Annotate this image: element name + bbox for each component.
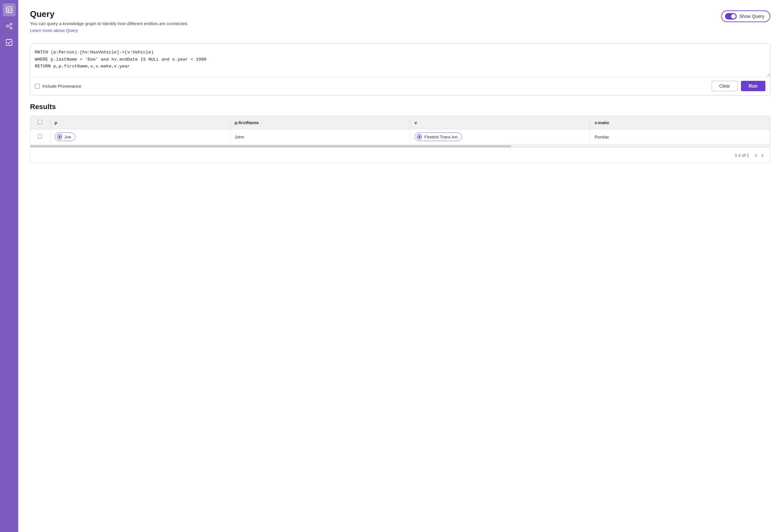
results-title: Results (30, 103, 770, 111)
run-button[interactable]: Run (741, 81, 766, 91)
svg-point-6 (10, 27, 12, 29)
svg-rect-9 (6, 39, 12, 45)
app-layout: Query You can query a knowledge graph to… (0, 0, 782, 532)
page-title: Query (30, 9, 721, 19)
page-description: You can query a knowledge graph to ident… (30, 21, 721, 26)
pagination-info: 1-1 of 1 (735, 153, 749, 158)
table-header-row: p p.firstName v v.make (30, 116, 770, 129)
sidebar (0, 0, 18, 532)
select-all-checkbox[interactable] (38, 120, 42, 124)
toggle-switch-icon (725, 13, 737, 20)
query-buttons: Clear Run (712, 81, 766, 91)
col-header-firstname: p.firstName (230, 116, 410, 129)
col-header-p: p (50, 116, 230, 129)
svg-line-7 (8, 25, 10, 26)
row-p-cell: Joe (50, 129, 230, 145)
include-provenance-label[interactable]: Include Provenance (35, 84, 81, 88)
table-row: Joe John Firebird Trans Am (30, 129, 770, 145)
pagination-next-button[interactable]: › (760, 151, 765, 159)
horizontal-scrollbar[interactable] (30, 144, 770, 148)
v-node-label: Firebird Trans Am (424, 135, 458, 139)
sidebar-item-check[interactable] (3, 36, 15, 49)
row-make-cell: Pontiac (590, 129, 770, 145)
make-value: Pontiac (595, 135, 609, 139)
row-firstname-cell: John (230, 129, 410, 145)
sidebar-item-graph[interactable] (3, 20, 15, 33)
include-provenance-checkbox[interactable] (35, 84, 40, 88)
firstname-value: John (235, 135, 244, 139)
include-provenance-text: Include Provenance (42, 84, 81, 88)
scrollbar-thumb (30, 145, 511, 147)
learn-more-link[interactable]: Learn more about Query (30, 28, 78, 33)
main-content: Query You can query a knowledge graph to… (18, 0, 782, 532)
sidebar-item-table[interactable] (3, 3, 15, 16)
v-node-dot-icon (417, 134, 422, 139)
query-textarea[interactable] (30, 44, 770, 76)
query-footer: Include Provenance Clear Run (30, 77, 770, 95)
show-query-label: Show Query (739, 14, 765, 19)
col-header-v: v (410, 116, 590, 129)
row-v-cell: Firebird Trans Am (410, 129, 590, 145)
table-footer: 1-1 of 1 ‹ › (30, 148, 770, 163)
p-node-badge[interactable]: Joe (55, 133, 76, 141)
show-query-toggle-button[interactable]: Show Query (721, 10, 770, 22)
row-select-checkbox[interactable] (38, 134, 42, 138)
v-node-badge[interactable]: Firebird Trans Am (415, 133, 462, 141)
results-table: p p.firstName v v.make (30, 116, 770, 144)
results-table-wrapper: p p.firstName v v.make (30, 116, 770, 163)
col-header-make: v.make (590, 116, 770, 129)
svg-point-5 (10, 23, 12, 25)
svg-point-4 (6, 25, 8, 27)
header-left: Query You can query a knowledge graph to… (30, 9, 721, 39)
query-box: Include Provenance Clear Run (30, 43, 770, 96)
col-header-checkbox (30, 116, 50, 129)
svg-line-8 (8, 26, 10, 28)
pagination-arrows: ‹ › (754, 151, 765, 159)
p-node-label: Joe (65, 135, 71, 139)
row-checkbox-cell (30, 129, 50, 145)
header-row: Query You can query a knowledge graph to… (30, 9, 770, 39)
pagination-prev-button[interactable]: ‹ (754, 151, 758, 159)
clear-button[interactable]: Clear (712, 81, 737, 91)
svg-rect-0 (6, 7, 12, 13)
p-node-dot-icon (57, 134, 62, 139)
